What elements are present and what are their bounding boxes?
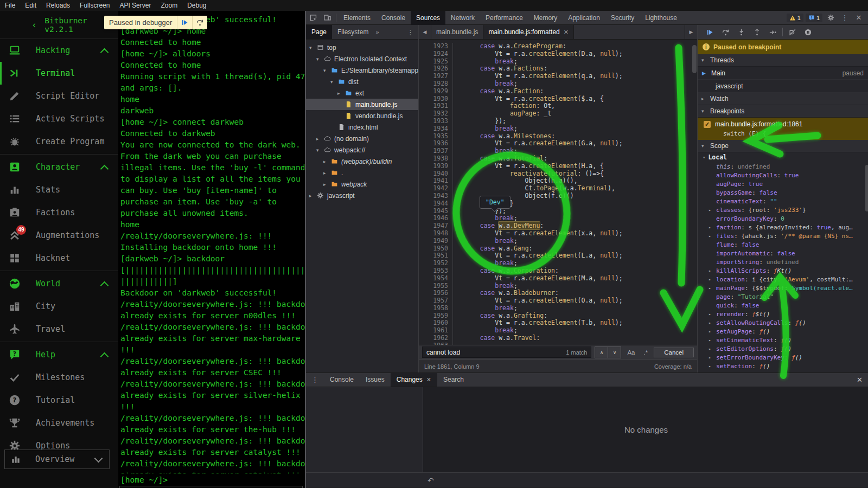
sidebar-item-help[interactable]: ? Help <box>0 343 118 366</box>
sidebar-item-stats[interactable]: Stats <box>0 178 118 201</box>
warnings-badge[interactable]: 1 <box>787 14 803 22</box>
line-number[interactable]: 1949 <box>419 237 453 245</box>
line-number[interactable]: 1951 <box>419 252 453 260</box>
line-number[interactable]: 1930 <box>419 95 453 103</box>
regex-toggle[interactable]: .* <box>641 349 651 356</box>
line-number[interactable]: 1948 <box>419 230 453 237</box>
menu-api-server[interactable]: API Server <box>114 2 156 9</box>
scope-var-location[interactable]: ▸location: i {city: 'Aevum', costMult:… <box>698 275 868 284</box>
line-number[interactable]: 1938 <box>419 155 453 163</box>
drawer-tab-console[interactable]: Console <box>324 373 360 387</box>
line-number[interactable]: 1925 <box>419 58 453 66</box>
tree-item-electron-isolated-context[interactable]: ▾ Electron Isolated Context <box>306 53 418 65</box>
line-number[interactable]: 1929 <box>419 88 453 95</box>
tree-item-item[interactable]: ▸ . <box>306 167 418 178</box>
sidebar-item-achievements[interactable]: Achievements <box>0 412 118 434</box>
tree-item-top[interactable]: ▾ top <box>306 42 418 53</box>
sidebar-item-factions[interactable]: Factions <box>0 201 118 224</box>
breakpoint-entry[interactable]: ✓ main.bundle.js:formatted:1861 switch (… <box>698 118 868 140</box>
search-next-button[interactable]: ∨ <box>608 346 621 358</box>
thread-javascript[interactable]: javascript <box>698 80 868 93</box>
next-source-icon[interactable]: ▶ <box>685 25 697 39</box>
line-number[interactable]: 1942 <box>419 185 453 192</box>
menu-edit[interactable]: Edit <box>20 2 41 9</box>
tab-memory[interactable]: Memory <box>528 11 563 25</box>
scope-var-seteditoroptions[interactable]: ▸setEditorOptions: ƒ () <box>698 344 868 353</box>
tree-item-vendor-bundle-js[interactable]: vendor.bundle.js <box>306 110 418 121</box>
sidebar-item-travel[interactable]: Travel <box>0 318 118 341</box>
section-watch[interactable]: ▸ Watch <box>698 93 868 105</box>
line-number[interactable]: 1945 <box>419 208 453 215</box>
line-number[interactable]: 1953 <box>419 267 453 275</box>
line-number[interactable]: 1957 <box>419 297 453 305</box>
tree-item-webpack[interactable]: ▾ webpack:// <box>306 144 418 156</box>
sidebar-item-hacknet[interactable]: Hacknet <box>0 247 118 269</box>
line-number[interactable]: 1961 <box>419 327 453 335</box>
tree-item-index-html[interactable]: index.html <box>306 121 418 133</box>
line-number[interactable]: 1952 <box>419 260 453 267</box>
menu-reloads[interactable]: Reloads <box>41 2 75 9</box>
step-out-icon[interactable] <box>749 25 765 38</box>
device-toolbar-icon[interactable] <box>320 11 334 25</box>
sidebar-item-hacking[interactable]: Hacking <box>0 39 118 62</box>
section-breakpoints[interactable]: ▾ Breakpoints <box>698 105 868 118</box>
sidebar-item-tutorial[interactable]: ? Tutorial <box>0 389 118 412</box>
line-number[interactable]: 1926 <box>419 65 453 73</box>
line-number[interactable]: 1947 <box>419 222 453 230</box>
line-number[interactable]: 1956 <box>419 290 453 297</box>
step-icon[interactable] <box>765 25 781 38</box>
scope-var-setcinematictext[interactable]: ▸setCinematicText: ƒ () <box>698 336 868 344</box>
line-number[interactable]: 1937 <box>419 147 453 155</box>
tab-application[interactable]: Application <box>563 11 605 25</box>
line-number[interactable]: 1954 <box>419 275 453 282</box>
more-menu-icon[interactable]: ⋮ <box>838 11 852 25</box>
scope-var-setallowroutingcalls[interactable]: ▸setAllowRoutingCalls: ƒ () <box>698 318 868 327</box>
resume-script-button[interactable] <box>177 16 192 29</box>
scope-var-rerender[interactable]: ▸rerender: ƒ $t() <box>698 310 868 318</box>
scope-var-classes[interactable]: ▸classes: {root: 'jss233'} <box>698 206 868 214</box>
sidebar-item-script-editor[interactable]: Script Editor <box>0 85 118 107</box>
sidebar-item-active-scripts[interactable]: Active Scripts <box>0 107 118 130</box>
line-number[interactable]: 1941 <box>419 177 453 185</box>
tab-performance[interactable]: Performance <box>480 11 528 25</box>
line-number[interactable]: 1927 <box>419 73 453 80</box>
issues-badge[interactable]: 1 <box>806 14 822 22</box>
tab-network[interactable]: Network <box>445 11 480 25</box>
drawer-tab-changes[interactable]: Changes✕ <box>391 373 437 387</box>
step-into-icon[interactable] <box>733 25 749 38</box>
resume-script-button[interactable] <box>702 25 718 38</box>
sidebar-item-character[interactable]: Character <box>0 156 118 178</box>
deactivate-breakpoints-icon[interactable] <box>784 25 800 38</box>
line-number[interactable]: 1934 <box>419 125 453 133</box>
line-number[interactable]: 1946 <box>419 215 453 222</box>
code-editor[interactable]: 1923 case w.a.CreateProgram:1924 Vt = r.… <box>419 40 697 345</box>
drawer-menu-icon[interactable]: ⋮ <box>306 376 324 384</box>
sidebar-item-milestones[interactable]: Milestones <box>0 366 118 389</box>
menu-fullscreen[interactable]: Fullscreen <box>75 2 114 9</box>
line-number[interactable]: 1959 <box>419 312 453 320</box>
tree-item-javascript[interactable]: ▸ javascript <box>306 190 418 201</box>
tab-security[interactable]: Security <box>605 11 640 25</box>
tree-item-e-steamlibrary-steamapps[interactable]: ▾ E:/SteamLibrary/steamapps <box>306 65 418 76</box>
close-devtools-icon[interactable]: ✕ <box>852 11 866 25</box>
menu-debug[interactable]: Debug <box>182 2 211 9</box>
line-number[interactable]: 1936 <box>419 140 453 147</box>
line-number[interactable]: 1960 <box>419 319 453 327</box>
line-number[interactable]: 1940 <box>419 170 453 178</box>
search-cancel-button[interactable]: Cancel <box>654 348 694 357</box>
sidebar-scrollbar[interactable] <box>865 165 868 211</box>
tab-close-icon[interactable]: ✕ <box>426 373 431 387</box>
scope-var-mainpage[interactable]: ▸mainPage: {$$typeof: Symbol(react.ele… <box>698 284 868 292</box>
scope-var-files[interactable]: ▸files: {ahack.js: '/** @param {NS} ns… <box>698 232 868 240</box>
line-number[interactable]: 1935 <box>419 133 453 140</box>
navigator-tab-page[interactable]: Page <box>306 25 332 39</box>
tab-console[interactable]: Console <box>376 11 411 25</box>
sidebar-item-terminal[interactable]: Terminal <box>0 62 118 85</box>
editor-scrollbar[interactable] <box>692 45 697 73</box>
tree-item-webpack-buildin[interactable]: ▸ (webpack)/buildin <box>306 156 418 167</box>
terminal-input[interactable] <box>119 486 303 488</box>
tab-lighthouse[interactable]: Lighthouse <box>640 11 682 25</box>
tree-item-main-bundle-js[interactable]: main.bundle.js <box>306 99 418 110</box>
search-prev-button[interactable]: ∧ <box>595 346 608 358</box>
line-number[interactable]: 1939 <box>419 163 453 170</box>
